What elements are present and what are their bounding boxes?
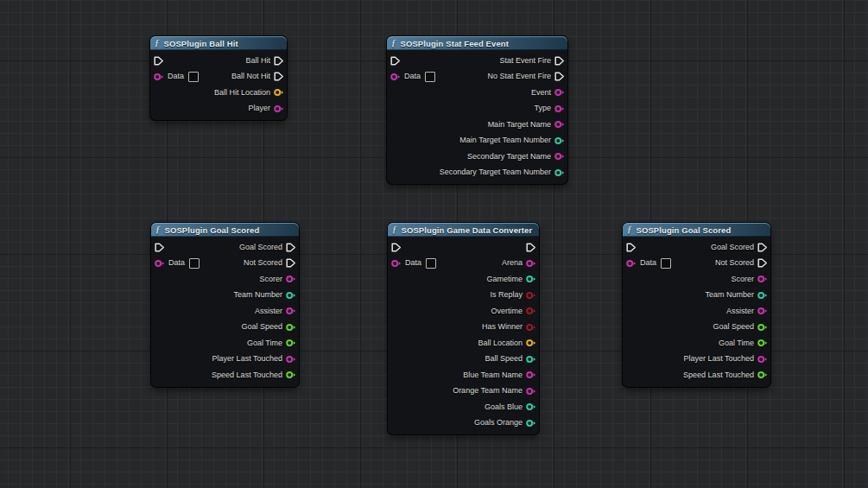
output-pin-row: Not Scored [244,256,299,272]
exec-pin-icon[interactable] [154,56,164,66]
pin-icon-bool[interactable] [526,323,536,332]
pin-icon-bool[interactable] [526,291,536,300]
exec-pin-icon[interactable] [391,243,402,252]
pin-icon-string[interactable] [526,259,536,268]
function-icon: ƒ [392,225,397,234]
input-pin-row: Data [387,69,435,86]
exec-pin-icon[interactable] [526,243,536,252]
pin-icon-string[interactable] [154,73,164,81]
pin-icon-string[interactable] [554,152,565,161]
output-pin-row: Ball Not Hit [231,69,287,86]
pin-icon-string[interactable] [757,355,768,364]
pin-icon-string[interactable] [286,275,296,283]
pin-label: Ball Speed [485,355,523,363]
node-title: SOSPlugin Goal Scored [637,225,732,235]
exec-pin-icon[interactable] [757,258,768,268]
output-pin-row: Assister [726,303,770,320]
pin-icon-string[interactable] [554,105,565,113]
exec-pin-icon[interactable] [286,258,296,268]
exec-pin-icon[interactable] [554,72,565,81]
pin-icon-string[interactable] [274,105,284,113]
output-pin-row: Ball Hit [245,53,287,69]
input-pins-column: Data [623,239,671,271]
pin-icon-float[interactable] [757,323,768,332]
exec-pin-icon[interactable] [554,56,565,66]
data-value-field[interactable] [189,258,200,269]
node-header[interactable]: ƒSOSPlugin Game Data Converter [388,223,539,237]
node-title: SOSPlugin Game Data Converter [402,225,533,235]
exec-pin-icon[interactable] [274,72,284,81]
pin-icon-string[interactable] [526,371,536,379]
node-body: DataGoal ScoredNot ScoredScorerTeam Numb… [623,237,770,387]
pin-label: Goal Scored [711,244,754,251]
node-header[interactable]: ƒSOSPlugin Ball Hit [150,36,287,50]
pin-icon-float[interactable] [286,339,296,347]
pin-icon-int[interactable] [526,402,536,411]
pin-icon-string[interactable] [286,307,296,315]
pin-icon-string[interactable] [390,73,401,81]
pin-icon-vector[interactable] [274,88,284,97]
data-value-field[interactable] [188,72,199,82]
blueprint-graph-canvas[interactable]: ƒSOSPlugin Ball HitDataBall HitBall Not … [0,0,868,488]
pin-icon-int[interactable] [526,419,536,428]
pin-label: Ball Hit Location [214,89,270,97]
pin-label: Speed Last Touched [683,371,754,379]
pin-label: Not Scored [244,259,282,267]
pin-icon-int[interactable] [554,136,565,145]
pin-label: Team Number [233,291,282,299]
exec-pin-icon[interactable] [390,56,401,66]
node-sosplugin-game-data-converter[interactable]: ƒSOSPlugin Game Data ConverterDataArenaG… [387,222,540,435]
input-pins-column: Data [150,53,199,85]
pin-icon-int[interactable] [526,275,536,283]
exec-pin-icon[interactable] [155,243,165,252]
output-pin-row: Is Replay [490,288,539,304]
node-sosplugin-stat-feed-event[interactable]: ƒSOSPlugin Stat Feed EventDataStat Event… [386,35,568,185]
exec-pin-icon[interactable] [626,243,637,252]
pin-icon-bool[interactable] [526,307,536,315]
data-value-field[interactable] [426,258,436,269]
input-pin-row [150,53,164,69]
node-header[interactable]: ƒSOSPlugin Goal Scored [151,223,299,237]
pin-icon-float[interactable] [757,339,768,347]
output-pin-row: Main Target Team Number [459,133,567,149]
output-pin-row: Main Target Name [488,117,567,133]
pin-icon-float[interactable] [286,323,296,332]
pin-label: Player [248,105,270,112]
pin-icon-int[interactable] [554,168,565,177]
pin-icon-string[interactable] [155,259,165,268]
pin-icon-string[interactable] [757,307,768,315]
output-pin-row: Gametime [486,271,539,288]
output-pins-column: Goal ScoredNot ScoredScorerTeam NumberAs… [671,239,770,383]
exec-pin-icon[interactable] [286,243,296,252]
pin-label: Ball Location [478,339,523,347]
pin-icon-int[interactable] [286,291,296,300]
node-title: SOSPlugin Stat Feed Event [401,39,510,48]
output-pin-row: Blue Team Name [463,367,539,383]
node-header[interactable]: ƒSOSPlugin Goal Scored [623,223,770,237]
pin-icon-string[interactable] [286,355,296,364]
output-pin-row: Overtime [491,303,539,320]
node-sosplugin-goal-scored-2[interactable]: ƒSOSPlugin Goal ScoredDataGoal ScoredNot… [622,222,771,388]
pin-icon-int[interactable] [757,291,768,300]
pin-icon-string[interactable] [526,387,536,396]
pin-icon-float[interactable] [757,371,768,379]
pin-icon-int[interactable] [526,355,536,364]
pin-icon-float[interactable] [286,371,296,379]
pin-icon-string[interactable] [554,88,565,97]
pin-icon-vector[interactable] [526,339,536,347]
exec-pin-icon[interactable] [757,243,768,252]
pin-icon-string[interactable] [391,259,402,268]
node-header[interactable]: ƒSOSPlugin Stat Feed Event [387,36,567,50]
exec-pin-icon[interactable] [274,56,284,66]
pin-icon-string[interactable] [626,259,637,268]
output-pin-row: Speed Last Touched [683,367,770,383]
node-sosplugin-goal-scored-1[interactable]: ƒSOSPlugin Goal ScoredDataGoal ScoredNot… [150,222,300,388]
pin-icon-string[interactable] [554,120,565,129]
pin-label: Goal Scored [239,244,282,251]
pin-label: Event [531,89,551,97]
data-value-field[interactable] [425,72,435,82]
function-icon: ƒ [155,225,161,234]
node-sosplugin-ball-hit[interactable]: ƒSOSPlugin Ball HitDataBall HitBall Not … [149,35,288,121]
pin-icon-string[interactable] [757,275,768,283]
data-value-field[interactable] [661,258,671,269]
